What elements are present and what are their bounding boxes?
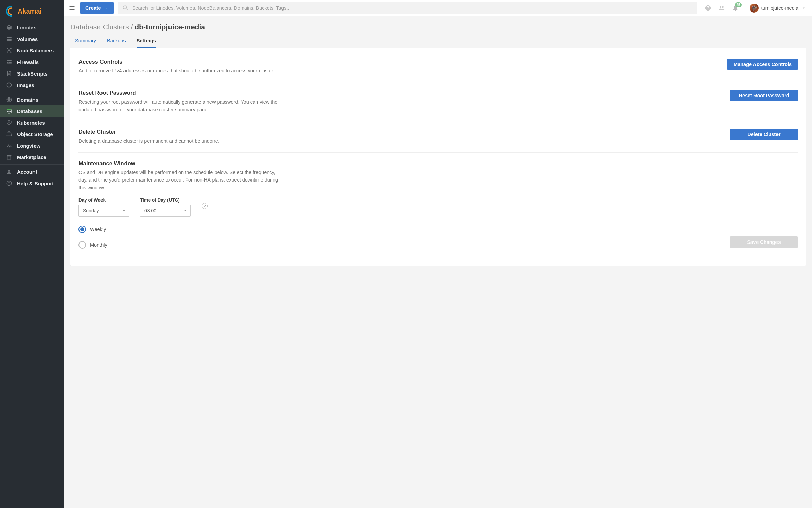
search-input[interactable] [132, 5, 693, 11]
frequency-monthly-label: Monthly [90, 242, 107, 248]
community-icon[interactable] [718, 4, 725, 12]
username-label: turnipjuice-media [761, 5, 798, 11]
radio-icon [78, 241, 86, 249]
svg-rect-1 [7, 37, 12, 38]
volumes-icon [6, 36, 12, 42]
svg-text:Akamai: Akamai [18, 7, 42, 15]
nodebalancers-icon [6, 47, 12, 54]
svg-point-15 [8, 83, 10, 87]
sidebar-item-label: Linodes [17, 25, 37, 30]
day-of-week-label: Day of Week [78, 197, 129, 203]
svg-rect-11 [7, 62, 8, 63]
sidebar-item-account[interactable]: Account [0, 166, 64, 177]
time-of-day-value: 03:00 [144, 208, 156, 213]
sidebar: Akamai LinodesVolumesNodeBalancersFirewa… [0, 0, 64, 508]
sidebar-item-images[interactable]: Images [0, 79, 64, 91]
sidebar-item-kubernetes[interactable]: Kubernetes [0, 117, 64, 128]
svg-rect-10 [9, 60, 12, 61]
save-changes-button[interactable]: Save Changes [730, 236, 798, 248]
sidebar-item-label: Marketplace [17, 154, 46, 160]
sidebar-item-linodes[interactable]: Linodes [0, 22, 64, 33]
delete-cluster-button[interactable]: Delete Cluster [730, 129, 798, 140]
svg-point-23 [722, 6, 723, 8]
breadcrumb-current: db-turnipjuice-media [135, 23, 205, 31]
user-menu[interactable]: 🦃 turnipjuice-media [746, 4, 806, 13]
svg-rect-12 [9, 62, 12, 63]
tab-settings[interactable]: Settings [137, 35, 156, 48]
help-support-icon: ? [6, 180, 12, 186]
manage-access-controls-button[interactable]: Manage Access Controls [727, 59, 798, 70]
delete-cluster-desc: Deleting a database cluster is permanent… [78, 137, 219, 145]
avatar: 🦃 [750, 4, 759, 13]
tab-summary[interactable]: Summary [75, 35, 96, 48]
svg-rect-9 [7, 60, 9, 61]
longview-icon [6, 143, 12, 149]
day-of-week-select[interactable]: Sunday [78, 205, 129, 217]
sidebar-item-label: Longview [17, 143, 40, 149]
search-box[interactable] [118, 2, 697, 14]
settings-panel: Access Controls Add or remove IPv4 addre… [70, 48, 806, 266]
access-controls-desc: Add or remove IPv4 addresses or ranges t… [78, 67, 274, 75]
topbar-actions: 25 🦃 turnipjuice-media [701, 4, 808, 13]
sidebar-item-label: Kubernetes [17, 120, 45, 126]
access-controls-title: Access Controls [78, 59, 274, 65]
breadcrumb-parent[interactable]: Database Clusters [70, 23, 129, 31]
sidebar-item-label: Images [17, 82, 35, 88]
frequency-weekly-radio[interactable]: Weekly [78, 226, 798, 233]
svg-rect-2 [7, 39, 12, 40]
sidebar-item-databases[interactable]: Databases [0, 105, 64, 117]
linodes-icon [6, 24, 12, 30]
svg-point-17 [7, 109, 11, 110]
sidebar-item-longview[interactable]: Longview [0, 140, 64, 151]
section-access-controls: Access Controls Add or remove IPv4 addre… [78, 51, 798, 82]
notifications-icon[interactable]: 25 [731, 4, 739, 12]
reset-password-desc: Resetting your root password will automa… [78, 98, 281, 113]
sidebar-item-help-support[interactable]: ?Help & Support [0, 177, 64, 189]
section-maintenance-window: Maintenance Window OS and DB engine upda… [78, 153, 798, 255]
time-of-day-field: Time of Day (UTC) 03:00 [140, 197, 191, 217]
tabs: SummaryBackupsSettings [70, 35, 806, 48]
content: Database Clusters / db-turnipjuice-media… [64, 16, 812, 508]
sidebar-item-stackscripts[interactable]: StackScripts [0, 68, 64, 79]
create-button[interactable]: Create [80, 2, 114, 14]
stackscripts-icon [6, 70, 12, 77]
svg-point-18 [8, 122, 10, 123]
reset-root-password-button[interactable]: Reset Root Password [730, 90, 798, 101]
tab-backups[interactable]: Backups [107, 35, 126, 48]
delete-cluster-title: Delete Cluster [78, 129, 219, 135]
time-of-day-select[interactable]: 03:00 [140, 205, 191, 217]
sidebar-item-domains[interactable]: Domains [0, 94, 64, 105]
svg-point-14 [7, 83, 12, 87]
sidebar-item-object-storage[interactable]: Object Storage [0, 128, 64, 140]
menu-icon[interactable] [68, 4, 76, 12]
domains-icon [6, 97, 12, 103]
help-icon[interactable] [704, 4, 712, 12]
sidebar-item-label: Volumes [17, 36, 38, 42]
svg-rect-13 [7, 64, 12, 64]
brand-logo[interactable]: Akamai [0, 0, 64, 20]
firewalls-icon [6, 59, 12, 65]
notification-badge: 25 [735, 2, 741, 7]
chevron-down-icon [105, 6, 109, 10]
chevron-down-icon [121, 208, 126, 213]
sidebar-item-volumes[interactable]: Volumes [0, 33, 64, 45]
maintenance-desc: OS and DB engine updates will be perform… [78, 169, 281, 191]
kubernetes-icon [6, 120, 12, 126]
frequency-weekly-label: Weekly [90, 227, 106, 232]
help-tooltip-icon[interactable]: ? [202, 203, 208, 209]
sidebar-item-label: StackScripts [17, 71, 48, 77]
svg-point-22 [720, 6, 721, 8]
chevron-down-icon [801, 6, 806, 10]
frequency-monthly-radio[interactable]: Monthly [78, 241, 798, 249]
svg-rect-3 [7, 40, 12, 41]
sidebar-item-label: Account [17, 169, 37, 175]
akamai-logo-icon: Akamai [6, 6, 50, 17]
chevron-down-icon [183, 208, 188, 213]
sidebar-item-nodebalancers[interactable]: NodeBalancers [0, 45, 64, 56]
sidebar-item-marketplace[interactable]: Marketplace [0, 151, 64, 163]
sidebar-item-label: Help & Support [17, 181, 54, 186]
marketplace-icon [6, 154, 12, 160]
sidebar-item-firewalls[interactable]: Firewalls [0, 56, 64, 68]
search-icon [122, 5, 129, 12]
create-button-label: Create [85, 5, 101, 11]
